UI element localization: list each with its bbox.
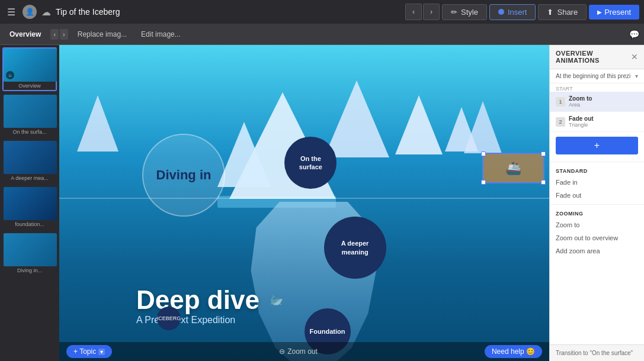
foundation-label: Foundation (310, 328, 345, 335)
selection-handle-br[interactable] (541, 180, 546, 185)
fade-in-option[interactable]: Fade in (550, 176, 644, 189)
panel-subtitle: At the beginning of this prezi ▾ (550, 69, 644, 83)
zoom-out-icon: ⊖ (279, 347, 285, 356)
secondary-back-button[interactable]: ‹ (50, 29, 59, 40)
anim-info-2: Fade out Triangle (569, 115, 638, 128)
on-surface-node[interactable]: On thesurface (284, 137, 337, 189)
menu-icon[interactable]: ☰ (5, 4, 18, 20)
canvas[interactable]: Diving in On thesurface A deepermeaning … (59, 45, 549, 361)
edit-image-button[interactable]: Edit image... (136, 28, 185, 41)
presentation-title: Tip of the Iceberg (56, 7, 401, 17)
panel-title: Overview ANimatiONs (556, 50, 631, 64)
animation-item-1[interactable]: 1 Zoom to Area (550, 92, 644, 112)
fade-out-option[interactable]: Fade out (550, 189, 644, 202)
selection-handle-tl[interactable] (481, 152, 486, 156)
zoom-to-option[interactable]: Zoom to (550, 218, 644, 231)
main-area: ⌂ Overview 1 4 On the surfa... 2 A deepe… (0, 45, 644, 361)
topbar-actions: ‹ › ✏ Style Insert ⬆ Share ▶ Present (405, 4, 639, 20)
animation-item-2[interactable]: 2 Fade out Triangle (550, 112, 644, 132)
add-topic-label: + Topic (73, 347, 96, 356)
comment-icon[interactable]: 💬 (629, 30, 639, 39)
transition-text: Transition to "On the surface" (550, 344, 644, 361)
replace-image-button[interactable]: Replace imag... (73, 28, 132, 41)
slide-thumb-2 (4, 141, 57, 174)
slide-thumb-4 (4, 233, 57, 266)
share-icon: ⬆ (547, 8, 553, 17)
slide-label-4: Diving in... (4, 266, 56, 275)
slide-label-2: A deeper mea... (4, 174, 56, 182)
slide-item-overview[interactable]: ⌂ Overview (2, 47, 57, 91)
present-label: Present (604, 8, 631, 17)
deeper-meaning-node[interactable]: A deepermeaning (324, 217, 386, 279)
zooming-section-label: ZOOMING (550, 207, 644, 218)
nav-forward-button[interactable]: › (423, 4, 440, 20)
slide-item-4[interactable]: 4 Diving in... (2, 232, 57, 276)
add-zoom-area-option[interactable]: Add zoom area (550, 244, 644, 257)
boat[interactable]: 🚢 (482, 153, 544, 183)
slide-thumb-1 (4, 95, 57, 128)
slide-item-3[interactable]: 3 foundation... (2, 186, 57, 230)
boat-emoji: 🚢 (505, 160, 521, 176)
secondary-forward-button[interactable]: › (60, 29, 68, 40)
slide-thumb-overview: ⌂ (4, 49, 57, 82)
anim-type-1: Zoom to (569, 95, 638, 102)
add-topic-button[interactable]: + Topic ▾ (66, 345, 112, 358)
panel-close-button[interactable]: ✕ (631, 52, 638, 62)
slide-item-2[interactable]: 2 A deeper mea... (2, 140, 57, 183)
need-help-button[interactable]: Need help 😊 (485, 345, 542, 358)
nav-arrows: ‹ › (405, 4, 440, 20)
insert-button[interactable]: Insert (489, 4, 536, 20)
nav-back-button[interactable]: ‹ (405, 4, 422, 20)
whale-icon: 🐋 (270, 294, 283, 307)
bottom-bar: + Topic ▾ ⊖ Zoom out Need help 😊 (59, 342, 549, 361)
slide-label-3: foundation... (4, 220, 56, 228)
zoom-out-overview-option[interactable]: Zoom out to overview (550, 231, 644, 244)
share-button[interactable]: ⬆ Share (538, 4, 587, 20)
anim-target-1: Area (569, 102, 638, 108)
bg-mountains-left (77, 95, 118, 152)
style-label: Style (461, 8, 478, 17)
panel-header: Overview ANimatiONs ✕ (550, 45, 644, 69)
logo: ICEBERG (157, 307, 181, 330)
zoom-out-button[interactable]: ⊖ Zoom out (279, 347, 318, 356)
pencil-icon: ✏ (451, 8, 457, 17)
subtitle: A Prezi Next Expedition (136, 315, 259, 325)
zoom-out-label: Zoom out (287, 347, 318, 356)
anim-num-1: 1 (556, 97, 565, 107)
avatar: 👤 (23, 5, 37, 19)
divider-2 (550, 204, 644, 205)
deep-dive-title: Deep dive (136, 285, 259, 315)
insert-label: Insert (508, 8, 527, 17)
anim-target-2: Triangle (569, 122, 638, 128)
secondary-nav-arrows: ‹ › (50, 29, 68, 40)
secondary-toolbar: Overview ‹ › Replace imag... Edit image.… (0, 24, 644, 45)
divider-1 (550, 162, 644, 162)
insert-dot-icon (498, 9, 504, 15)
selection-handle-tr[interactable] (541, 152, 546, 156)
share-label: Share (557, 8, 578, 17)
diving-in-label: Diving in (156, 167, 212, 183)
selection-handle-bl[interactable] (481, 180, 486, 185)
logo-text: ICEBERG (157, 315, 181, 322)
present-button[interactable]: ▶ Present (589, 5, 639, 20)
on-surface-label: On thesurface (299, 154, 322, 172)
slide-label-overview: Overview (4, 82, 56, 90)
topic-dropdown-arrow[interactable]: ▾ (98, 349, 105, 355)
anim-num-2: 2 (556, 117, 565, 127)
add-animation-button[interactable]: + (556, 137, 638, 154)
topbar: ☰ 👤 ☁ Tip of the Iceberg ‹ › ✏ Style Ins… (0, 0, 644, 24)
overview-animations-panel: Overview ANimatiONs ✕ At the beginning o… (549, 45, 644, 361)
cloud-icon: ☁ (41, 7, 51, 18)
panel-subtitle-text: At the beginning of this prezi (556, 73, 630, 79)
standard-section-label: STANDARD (550, 165, 644, 176)
panel-dropdown-icon[interactable]: ▾ (635, 73, 638, 79)
slide-item-1[interactable]: 1 4 On the surfa... (2, 94, 57, 137)
anim-info-1: Zoom to Area (569, 95, 638, 108)
slide-label-1: On the surfa... (4, 128, 56, 136)
style-button[interactable]: ✏ Style (442, 4, 487, 20)
start-label: Start (550, 83, 644, 92)
overview-label: Overview (5, 28, 46, 41)
main-title-area: Deep dive A Prezi Next Expedition (136, 285, 259, 325)
anim-type-2: Fade out (569, 115, 638, 122)
diving-in-node[interactable]: Diving in (142, 134, 225, 217)
